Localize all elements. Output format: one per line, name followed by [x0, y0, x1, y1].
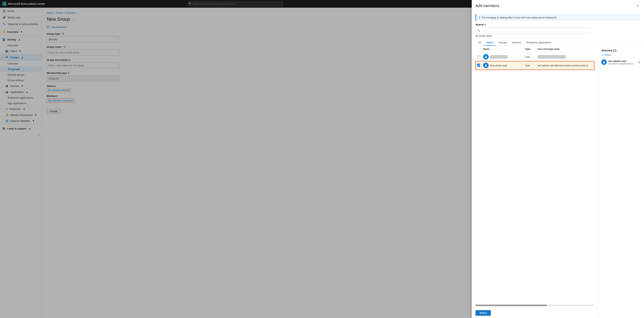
- reset-label: Reset: [604, 54, 611, 56]
- reset-button[interactable]: ↺ Reset: [601, 54, 641, 56]
- row1-upn: ████████████████: [536, 53, 594, 61]
- row1-user-icon: [483, 54, 488, 59]
- row1-name-cell: ██████████: [482, 53, 524, 61]
- selected-user-name: eks-admin-user: [608, 60, 636, 63]
- row1-checkbox-cell[interactable]: [476, 53, 482, 61]
- results-count: 58 results found: [476, 35, 640, 37]
- panel-search-input[interactable]: [476, 27, 590, 33]
- info-banner: ℹ Try changing or adding filters if you …: [476, 14, 640, 21]
- panel-search-icon: 🔍: [477, 29, 480, 32]
- remove-selected-user-button[interactable]: 🗑: [638, 60, 641, 64]
- filter-tab-all[interactable]: All: [476, 40, 484, 46]
- col-type: Type: [524, 46, 536, 53]
- row1-upn-text: ████████████████: [538, 55, 566, 59]
- panel-footer: Select: [472, 308, 598, 318]
- info-banner-text: Try changing or adding filters if you do…: [482, 16, 557, 19]
- filter-tabs: All Users Groups Devices Enterprise appl…: [472, 40, 644, 46]
- selected-user-info: eks-admin-user eks-admin-user@kuberocket…: [608, 60, 636, 65]
- selected-panel: Selected (1) ↺ Reset eks-admin-user eks-…: [598, 46, 644, 318]
- info-banner-icon: ℹ: [479, 16, 480, 19]
- col-checkbox: [476, 46, 482, 53]
- row2-checkbox[interactable]: [477, 64, 480, 67]
- panel-title: Add members: [476, 4, 500, 8]
- users-table: Name Type User principal name: [476, 46, 594, 70]
- filter-tab-users[interactable]: Users: [484, 40, 496, 46]
- svg-point-8: [485, 64, 486, 65]
- row1-type: User: [524, 53, 536, 61]
- panel-close-button[interactable]: ✕: [635, 3, 640, 9]
- table-row[interactable]: eks-admin-user User eks-admin-user@kuber…: [476, 61, 594, 70]
- filter-tab-enterprise-apps[interactable]: Enterprise applications: [524, 40, 554, 46]
- row1-checkbox[interactable]: [477, 55, 480, 58]
- panel-search-info-icon: ℹ: [485, 23, 486, 26]
- add-members-panel: Add members ✕ ℹ Try changing or adding f…: [472, 0, 644, 318]
- row2-upn: eks-admin-user@kuberocketci.onmicrosoft.…: [536, 61, 594, 70]
- panel-search-label: Search ℹ: [476, 23, 640, 26]
- col-upn: User principal name: [536, 46, 594, 53]
- scrollbar-track[interactable]: [476, 304, 594, 306]
- results-table: Name Type User principal name: [472, 46, 598, 304]
- reset-icon: ↺: [601, 54, 604, 56]
- selected-user-email: eks-admin-user@kuberocketci.onmicrosof..…: [608, 63, 636, 65]
- svg-point-9: [604, 61, 604, 62]
- scrollbar-thumb: [476, 304, 547, 306]
- panel-main-area: Name Type User principal name: [472, 46, 644, 318]
- panel-body: ℹ Try changing or adding filters if you …: [472, 12, 644, 318]
- panel-search-section: Search ℹ 🔍 58 results found: [472, 23, 644, 40]
- filter-tab-devices[interactable]: Devices: [510, 40, 524, 46]
- row2-user-cell: eks-admin-user: [483, 63, 522, 68]
- selected-user: eks-admin-user eks-admin-user@kuberocket…: [601, 59, 641, 65]
- table-header-row: Name Type User principal name: [476, 46, 594, 53]
- filter-tab-groups[interactable]: Groups: [496, 40, 510, 46]
- row1-name: ██████████: [490, 55, 508, 59]
- col-name: Name: [482, 46, 524, 53]
- selected-user-icon: [601, 59, 607, 65]
- overlay-backdrop: Add members ✕ ℹ Try changing or adding f…: [0, 0, 644, 318]
- selected-count: Selected (1): [601, 49, 641, 52]
- panel-header: Add members ✕: [472, 0, 644, 12]
- svg-point-7: [485, 56, 486, 57]
- panel-content-area: Name Type User principal name: [472, 46, 598, 318]
- row2-type: User: [524, 61, 536, 70]
- row2-name: eks-admin-user: [490, 64, 507, 67]
- select-button[interactable]: Select: [476, 310, 491, 316]
- row2-name-cell: eks-admin-user: [482, 61, 524, 70]
- row1-user-cell: ██████████: [483, 54, 522, 59]
- panel-search-wrap: 🔍: [476, 27, 590, 33]
- row2-checkbox-cell[interactable]: [476, 61, 482, 70]
- row2-user-icon: [483, 63, 488, 68]
- table-row[interactable]: ██████████ User ████████████████: [476, 53, 594, 61]
